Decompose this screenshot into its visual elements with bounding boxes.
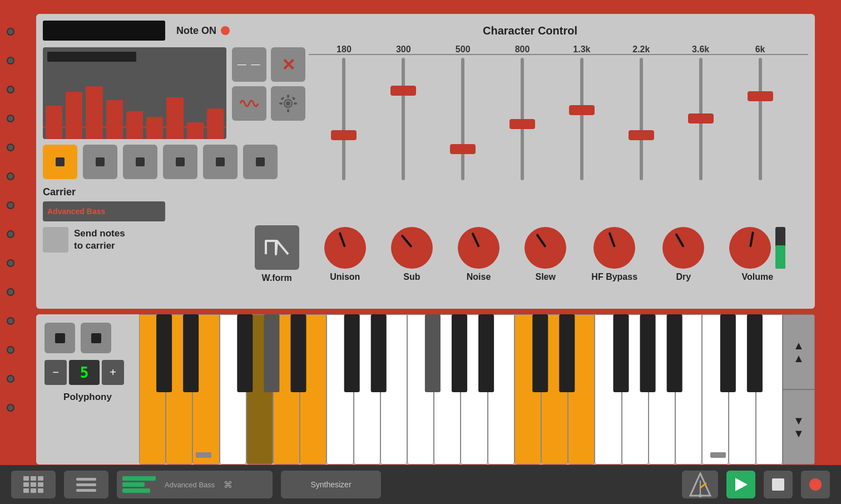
white-key-f4[interactable] [407,314,434,465]
dot-4 [7,115,14,122]
slider-handle-800[interactable] [509,119,535,129]
slew-label: Slew [535,272,555,282]
white-key-e4[interactable] [380,314,407,465]
scroll-up-fast-button[interactable]: ▲▲ [783,314,815,389]
svg-rect-13 [38,482,43,487]
note-on-led [221,26,230,35]
left-dots [7,28,14,412]
slider-track-3_6k[interactable] [699,58,703,180]
button-grid: — — ✕ [232,47,305,121]
svg-point-26 [809,478,822,491]
white-key-d4[interactable] [354,314,380,465]
grid-view-button[interactable] [11,471,56,498]
step-btn-2[interactable] [83,145,117,179]
step-btn-4[interactable] [163,145,197,179]
stop-button[interactable] [764,471,793,498]
slider-handle-500[interactable] [450,144,476,154]
metronome-button[interactable] [682,471,718,498]
slider-track-500[interactable] [461,58,464,180]
spec-bar-4 [106,100,123,139]
slider-handle-2_2k[interactable] [629,130,654,140]
white-key-a4[interactable] [461,314,487,465]
white-key-d3[interactable] [166,314,192,465]
volume-knob[interactable] [729,227,771,269]
grid-btn-x[interactable]: ✕ [271,47,305,82]
slider-1_3k: 1.3k [552,45,611,200]
dry-knob[interactable] [662,227,704,269]
note-on-area: Note ON [176,25,230,37]
wform-group: W.form [255,225,299,283]
slider-track-6k[interactable] [759,58,762,180]
step-btn-5[interactable] [203,145,238,179]
spec-bar-1 [46,106,62,139]
slider-handle-1_3k[interactable] [569,105,595,115]
white-key-a5[interactable] [649,314,675,465]
grid-btn-gear[interactable] [271,86,305,121]
slider-track-300[interactable] [402,58,405,180]
slider-track-180[interactable] [342,58,345,180]
white-key-b5[interactable] [675,314,702,465]
white-key-g5[interactable] [622,314,649,465]
send-notes-checkbox[interactable] [43,227,68,253]
wform-button[interactable] [255,225,299,270]
carrier-label: Carrier [43,186,165,198]
record-button[interactable] [801,471,830,498]
step-inner-3 [136,157,145,166]
white-key-a3[interactable] [273,314,300,465]
menu-button[interactable] [64,471,108,498]
white-key-e6[interactable] [756,314,783,465]
play-button[interactable] [726,471,755,498]
slider-handle-6k[interactable] [748,91,773,101]
unison-group: Unison [324,227,366,282]
dot-9 [7,259,14,267]
dot-8 [7,230,14,238]
piano-ctrl-btn-2[interactable] [81,323,111,353]
hf-bypass-knob[interactable] [593,227,635,269]
grid-btn-wave[interactable] [232,86,266,121]
white-key-g4[interactable] [434,314,461,465]
svg-rect-7 [291,96,295,100]
white-key-e3[interactable] [192,314,219,465]
grid-btn-dash[interactable]: — — [232,47,266,82]
svg-rect-3 [287,109,289,112]
scroll-down-fast-button[interactable]: ▼▼ [783,389,815,465]
white-key-f3[interactable] [220,314,246,465]
main-panel: Note ON Character Control — — ✕ [36,14,815,309]
slider-handle-300[interactable] [390,86,416,96]
hf-bypass-label: HF Bypass [591,272,637,282]
white-key-d6[interactable] [729,314,755,465]
slider-handle-180[interactable] [331,130,357,140]
polyphony-plus-button[interactable]: + [102,360,124,385]
freq-label-3_6k: 3.6k [692,45,709,55]
white-key-f5[interactable] [595,314,621,465]
polyphony-minus-button[interactable]: − [44,360,67,385]
white-key-b3[interactable] [300,314,326,465]
slider-track-2_2k[interactable] [640,58,643,180]
white-key-c5[interactable] [515,314,541,465]
slider-track-800[interactable] [521,58,524,180]
piano-section: − 5 + Polyphony [36,314,815,465]
noise-knob[interactable] [458,227,499,269]
white-key-e5[interactable] [568,314,595,465]
white-key-c3[interactable] [139,314,166,465]
slider-track-1_3k[interactable] [580,58,583,180]
send-notes-label: Send notesto carrier [74,228,125,252]
sub-knob[interactable] [391,227,433,269]
toolbar-info-text: Advanced Bass [165,481,215,489]
white-key-c6[interactable] [702,314,729,465]
white-key-c4[interactable] [326,314,353,465]
step-btn-1[interactable] [43,145,77,179]
white-key-d5[interactable] [541,314,568,465]
slew-knob[interactable] [525,227,566,269]
slider-handle-3_6k[interactable] [688,113,714,123]
step-btn-3[interactable] [123,145,157,179]
unison-knob[interactable] [324,227,366,269]
white-key-g3[interactable] [246,314,273,465]
svg-rect-10 [38,476,43,481]
volume-meter [775,227,785,269]
white-key-b4[interactable] [488,314,515,465]
piano-ctrl-btn-1[interactable] [44,323,75,353]
carrier-input[interactable]: Advanced Bass [43,201,165,221]
dot-13 [7,375,14,383]
step-btn-6[interactable] [243,145,278,179]
